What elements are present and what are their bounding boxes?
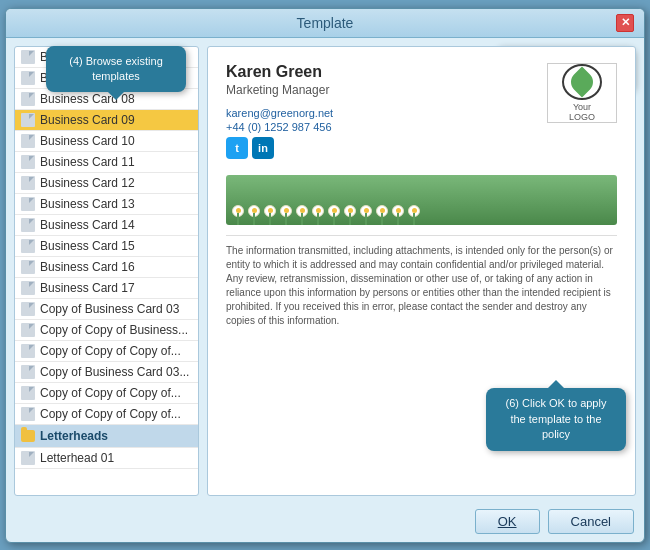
biz-card-job-title: Marketing Manager <box>226 83 547 97</box>
file-icon <box>21 197 35 211</box>
tooltip-apply: (6) Click OK to apply the template to th… <box>486 388 626 450</box>
list-item-label: Business Card 11 <box>40 155 135 169</box>
list-item-label: Copy of Copy of Business... <box>40 323 188 337</box>
list-item[interactable]: Business Card 10 <box>15 131 198 152</box>
dialog-title: Template <box>34 15 616 31</box>
list-item[interactable]: Business Card 11 <box>15 152 198 173</box>
list-item[interactable]: Copy of Copy of Copy of... <box>15 383 198 404</box>
list-item-label: Business Card 09 <box>40 113 135 127</box>
biz-card-logo: YourLOGO <box>547 63 617 123</box>
file-icon <box>21 344 35 358</box>
social-icons: t in <box>226 137 547 159</box>
flower-7 <box>326 205 342 225</box>
list-item[interactable]: Business Card 16 <box>15 257 198 278</box>
biz-card-name: Karen Green <box>226 63 547 81</box>
list-item[interactable]: Copy of Copy of Copy of... <box>15 404 198 425</box>
close-button[interactable]: ✕ <box>616 14 634 32</box>
list-item-label: Copy of Copy of Copy of... <box>40 344 181 358</box>
logo-text: YourLOGO <box>569 102 595 122</box>
list-item-label: Business Card 17 <box>40 281 135 295</box>
tooltip-browse: (4) Browse existing templates <box>46 46 186 93</box>
flower-2 <box>246 205 262 225</box>
flower-row <box>226 205 617 225</box>
list-item-label: Business Card 12 <box>40 176 135 190</box>
list-item-label: Copy of Copy of Copy of... <box>40 407 181 421</box>
list-item-label: Letterhead 01 <box>40 451 114 465</box>
file-icon <box>21 134 35 148</box>
list-item[interactable]: Business Card 17 <box>15 278 198 299</box>
list-item-label: Business Card 15 <box>40 239 135 253</box>
flower-10 <box>374 205 390 225</box>
list-item-label: Copy of Business Card 03 <box>40 302 179 316</box>
list-item[interactable]: Letterheads <box>15 425 198 448</box>
list-item[interactable]: Copy of Business Card 03... <box>15 362 198 383</box>
file-icon <box>21 407 35 421</box>
list-item[interactable]: Copy of Copy of Business... <box>15 320 198 341</box>
logo-leaf-icon <box>566 66 597 97</box>
flower-5 <box>294 205 310 225</box>
title-bar: Template ✕ <box>6 9 644 38</box>
list-item-label: Letterheads <box>40 429 108 443</box>
disclaimer-text: The information transmitted, including a… <box>226 235 617 328</box>
list-item-label: Business Card 14 <box>40 218 135 232</box>
file-icon <box>21 50 35 64</box>
list-item[interactable]: Copy of Business Card 03 <box>15 299 198 320</box>
biz-card-top: Karen Green Marketing Manager kareng@gre… <box>226 63 617 159</box>
list-item[interactable]: Business Card 09 <box>15 110 198 131</box>
twitter-icon: t <box>226 137 248 159</box>
list-item[interactable]: Business Card 13 <box>15 194 198 215</box>
linkedin-icon: in <box>252 137 274 159</box>
biz-card-image <box>226 175 617 225</box>
file-icon <box>21 451 35 465</box>
right-panel: Karen Green Marketing Manager kareng@gre… <box>207 46 636 496</box>
list-item-label: Copy of Business Card 03... <box>40 365 189 379</box>
flower-6 <box>310 205 326 225</box>
flower-11 <box>390 205 406 225</box>
file-icon <box>21 302 35 316</box>
list-item[interactable]: Business Card 15 <box>15 236 198 257</box>
footer: OK Cancel <box>6 504 644 542</box>
cancel-button[interactable]: Cancel <box>548 509 634 534</box>
list-item-label: Business Card 10 <box>40 134 135 148</box>
file-icon <box>21 281 35 295</box>
file-icon <box>21 239 35 253</box>
flower-1 <box>230 205 246 225</box>
file-icon <box>21 323 35 337</box>
file-icon <box>21 176 35 190</box>
list-item-label: Copy of Copy of Copy of... <box>40 386 181 400</box>
folder-icon <box>21 430 35 442</box>
list-item-label: Business Card 16 <box>40 260 135 274</box>
file-icon <box>21 71 35 85</box>
list-item[interactable]: Business Card 14 <box>15 215 198 236</box>
flower-4 <box>278 205 294 225</box>
file-icon <box>21 386 35 400</box>
template-dialog: Template ✕ (4) Browse existing templates… <box>5 8 645 543</box>
file-icon <box>21 260 35 274</box>
file-icon <box>21 113 35 127</box>
flower-9 <box>358 205 374 225</box>
main-content: (4) Browse existing templates (5) Previe… <box>6 38 644 504</box>
template-list[interactable]: Business Card 06Business Card 07Business… <box>14 46 199 496</box>
biz-card-phone: +44 (0) 1252 987 456 <box>226 121 547 133</box>
flower-3 <box>262 205 278 225</box>
list-item-label: Business Card 13 <box>40 197 135 211</box>
flower-12 <box>406 205 422 225</box>
flower-8 <box>342 205 358 225</box>
file-icon <box>21 155 35 169</box>
file-icon <box>21 365 35 379</box>
list-item[interactable]: Copy of Copy of Copy of... <box>15 341 198 362</box>
list-item[interactable]: Business Card 12 <box>15 173 198 194</box>
file-icon <box>21 92 35 106</box>
ok-button[interactable]: OK <box>475 509 540 534</box>
biz-card-info: Karen Green Marketing Manager kareng@gre… <box>226 63 547 159</box>
biz-card-email: kareng@greenorg.net <box>226 107 547 119</box>
file-icon <box>21 218 35 232</box>
list-item[interactable]: Letterhead 01 <box>15 448 198 469</box>
logo-circle <box>562 64 602 100</box>
